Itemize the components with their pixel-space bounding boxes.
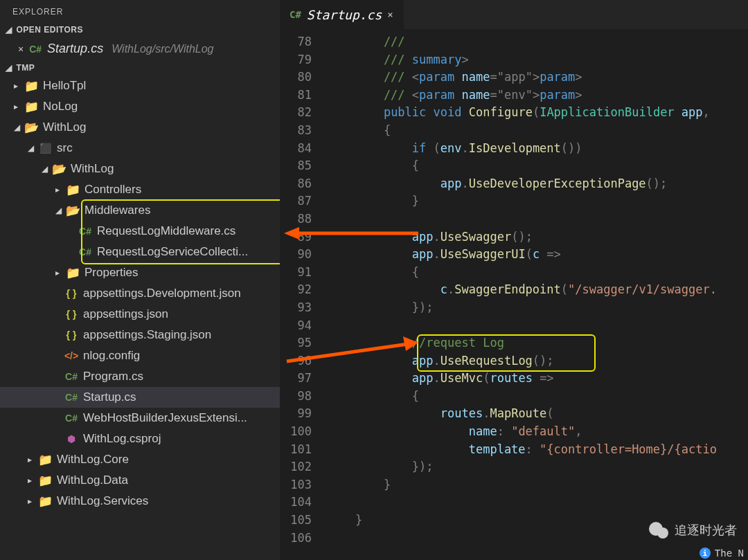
tree-label: appsettings.Staging.json xyxy=(83,328,211,342)
tree-file-active[interactable]: C#Startup.cs xyxy=(0,387,280,408)
chevron-right-icon: ▸ xyxy=(55,268,65,278)
tree-file[interactable]: C#RequestLogServiceCollecti... xyxy=(0,242,280,262)
explorer-sidebar: EXPLORER ◢ OPEN EDITORS × C# Startup.cs … xyxy=(0,0,280,560)
tree-folder-middlewares[interactable]: ◢📂Middlewares xyxy=(0,200,280,221)
folder-open-icon: 📂 xyxy=(66,204,79,217)
folder-icon: 📁 xyxy=(66,183,79,196)
folder-open-icon: 📂 xyxy=(53,163,65,175)
csharp-icon: C# xyxy=(79,225,91,237)
tree-label: appsettings.json xyxy=(83,307,168,321)
csharp-icon: C# xyxy=(65,412,78,424)
tree-label: src xyxy=(57,141,73,155)
folder-icon: 📁 xyxy=(39,495,51,507)
json-icon: { } xyxy=(65,308,78,320)
tree-label: RequestLogMiddleware.cs xyxy=(97,224,235,238)
csproj-icon: ⬢ xyxy=(65,433,78,445)
tree-label: HelloTpl xyxy=(43,79,86,93)
json-icon: { } xyxy=(65,329,78,341)
json-icon: { } xyxy=(65,287,78,300)
tree-label: Properties xyxy=(84,266,138,280)
editor-area: C# Startup.cs × 787980818283848586878889… xyxy=(280,0,748,560)
close-icon[interactable]: × xyxy=(18,44,24,55)
tree-file[interactable]: </>nlog.config xyxy=(0,345,280,366)
folder-icon: 📁 xyxy=(25,100,37,113)
tab-label: Startup.cs xyxy=(307,8,382,22)
chevron-down-icon: ◢ xyxy=(14,123,24,132)
wechat-icon xyxy=(648,521,669,539)
tree-label: Program.cs xyxy=(83,370,143,383)
tree-folder[interactable]: ▸📁Properties xyxy=(0,262,280,283)
editor-body[interactable]: 7879808182838485868788899091929394959697… xyxy=(280,29,748,560)
folder-icon: 📁 xyxy=(25,80,37,92)
folder-icon: 📁 xyxy=(39,453,51,466)
tree-label: appsettings.Development.json xyxy=(83,287,241,300)
folder-icon: 📁 xyxy=(39,474,51,487)
tree-label: Controllers xyxy=(84,183,141,197)
tree-folder[interactable]: ◢📂WithLog xyxy=(0,159,280,179)
chevron-right-icon: ▸ xyxy=(14,102,24,111)
tree-label: WithLog xyxy=(43,120,86,134)
tree-label: NoLog xyxy=(43,100,78,114)
open-editors-label: OPEN EDITORS xyxy=(17,25,83,35)
tree-file[interactable]: C#Program.cs xyxy=(0,366,280,387)
line-gutter: 7879808182838485868788899091929394959697… xyxy=(280,29,327,560)
info-icon: i xyxy=(700,548,711,559)
folder-open-icon: 📂 xyxy=(25,121,37,134)
tree-folder[interactable]: ▸📁WithLog.Data xyxy=(0,470,280,491)
svg-point-5 xyxy=(657,527,668,539)
tabs-bar: C# Startup.cs × xyxy=(280,0,748,29)
chevron-down-icon: ◢ xyxy=(55,206,65,215)
workspace-label: TMP xyxy=(17,63,35,73)
tree-file[interactable]: C#WebHostBuilderJexusExtensi... xyxy=(0,408,280,428)
chevron-right-icon: ▸ xyxy=(28,476,37,485)
tree-label: Startup.cs xyxy=(83,390,136,404)
tree-label: WithLog xyxy=(71,162,114,176)
tree-folder[interactable]: ▸📁WithLog.Services xyxy=(0,491,280,512)
csharp-icon: C# xyxy=(290,9,301,20)
chevron-right-icon: ▸ xyxy=(14,81,24,91)
tree-folder[interactable]: ◢📂WithLog xyxy=(0,117,280,138)
src-folder-icon: ⬛ xyxy=(39,142,51,154)
tree-file[interactable]: C#RequestLogMiddleware.cs xyxy=(0,221,280,242)
tree-file[interactable]: { }appsettings.Development.json xyxy=(0,283,280,304)
tree-folder[interactable]: ▸📁Controllers xyxy=(0,179,280,200)
chevron-down-icon: ◢ xyxy=(6,25,12,35)
csharp-icon: C# xyxy=(79,246,91,258)
chevron-down-icon: ◢ xyxy=(6,63,12,73)
chevron-down-icon: ◢ xyxy=(28,143,37,153)
code-content[interactable]: /// /// summary> /// <param name="app">p… xyxy=(327,29,748,560)
tree-file[interactable]: ⬢WithLog.csproj xyxy=(0,428,280,449)
watermark: 追逐时光者 xyxy=(648,521,737,539)
close-icon[interactable]: × xyxy=(387,9,393,20)
chevron-right-icon: ▸ xyxy=(55,185,65,195)
tree-folder[interactable]: ▸📁NoLog xyxy=(0,96,280,117)
tree-folder[interactable]: ▸📁WithLog.Core xyxy=(0,449,280,470)
watermark-text: 追逐时光者 xyxy=(675,522,737,539)
status-text: The N xyxy=(715,548,744,559)
status-hint: i The N xyxy=(700,548,744,559)
tab-startup[interactable]: C# Startup.cs × xyxy=(280,0,404,29)
open-editors-header[interactable]: ◢ OPEN EDITORS xyxy=(0,22,280,37)
tree-label: WebHostBuilderJexusExtensi... xyxy=(83,411,247,425)
tree-file[interactable]: { }appsettings.json xyxy=(0,304,280,325)
tree-label: nlog.config xyxy=(83,349,140,363)
xml-icon: </> xyxy=(65,350,78,362)
tree-file[interactable]: { }appsettings.Staging.json xyxy=(0,325,280,345)
workspace-header[interactable]: ◢ TMP xyxy=(0,60,280,75)
open-editor-file[interactable]: × C# Startup.cs WithLog/src/WithLog xyxy=(0,37,280,60)
explorer-title: EXPLORER xyxy=(0,0,280,22)
folder-icon: 📁 xyxy=(66,267,79,279)
tree-label: Middlewares xyxy=(84,204,150,217)
tree-label: WithLog.Core xyxy=(57,453,129,467)
csharp-icon: C# xyxy=(29,44,42,55)
file-tree: ▸📁HelloTpl ▸📁NoLog ◢📂WithLog ◢⬛src ◢📂Wit… xyxy=(0,75,280,560)
tree-label: WithLog.Services xyxy=(57,494,148,508)
tree-folder[interactable]: ◢⬛src xyxy=(0,138,280,159)
tree-folder[interactable]: ▸📁HelloTpl xyxy=(0,75,280,96)
tree-label: RequestLogServiceCollecti... xyxy=(97,245,248,259)
open-file-name: Startup.cs xyxy=(47,42,103,56)
tree-label: WithLog.Data xyxy=(57,473,128,487)
chevron-down-icon: ◢ xyxy=(42,164,51,174)
chevron-right-icon: ▸ xyxy=(28,455,37,464)
chevron-right-icon: ▸ xyxy=(28,496,37,506)
